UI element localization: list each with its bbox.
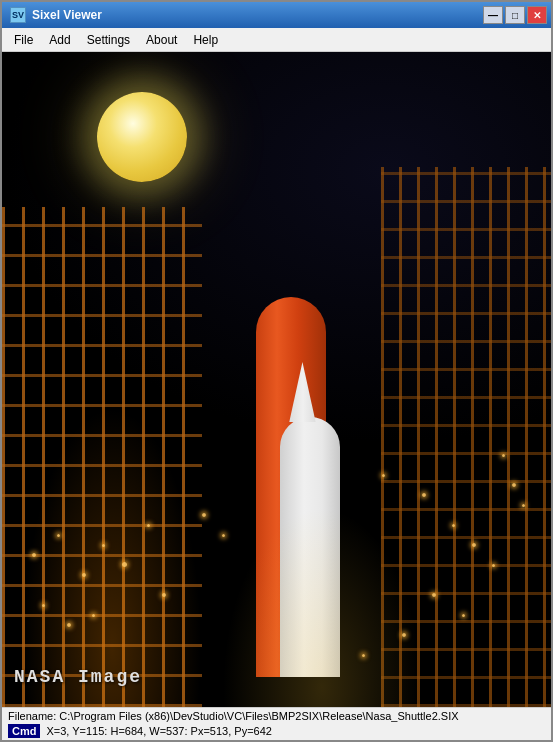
light-dot [362, 654, 365, 657]
shuttle-body [280, 417, 340, 677]
menu-file[interactable]: File [6, 30, 41, 50]
menu-about[interactable]: About [138, 30, 185, 50]
image-caption: NASA Image [14, 667, 142, 687]
menu-add[interactable]: Add [41, 30, 78, 50]
minimize-button[interactable]: — [483, 6, 503, 24]
statusbar: Filename: C:\Program Files (x86)\DevStud… [2, 707, 551, 740]
coords-row: Cmd X=3, Y=115: H=684, W=537: Px=513, Py… [8, 724, 545, 738]
image-display: NASA Image [2, 52, 551, 707]
scene: NASA Image [2, 52, 551, 707]
light-dot [202, 513, 206, 517]
titlebar-left: SV Sixel Viewer [10, 7, 102, 23]
coords-label: X=3, Y=115: H=684, W=537: Px=513, Py=642 [46, 725, 271, 737]
app-icon: SV [10, 7, 26, 23]
main-window: SV Sixel Viewer — □ ✕ File Add Settings … [0, 0, 553, 742]
window-controls: — □ ✕ [483, 6, 547, 24]
filename-label: Filename: C:\Program Files (x86)\DevStud… [8, 710, 545, 722]
moon [97, 92, 187, 182]
titlebar: SV Sixel Viewer — □ ✕ [2, 2, 551, 28]
close-button[interactable]: ✕ [527, 6, 547, 24]
window-title: Sixel Viewer [32, 8, 102, 22]
left-structure [2, 207, 202, 707]
cmd-label: Cmd [8, 724, 40, 738]
menubar: File Add Settings About Help [2, 28, 551, 52]
maximize-button[interactable]: □ [505, 6, 525, 24]
right-structure [381, 167, 551, 707]
menu-settings[interactable]: Settings [79, 30, 138, 50]
light-dot [222, 534, 225, 537]
menu-help[interactable]: Help [185, 30, 226, 50]
